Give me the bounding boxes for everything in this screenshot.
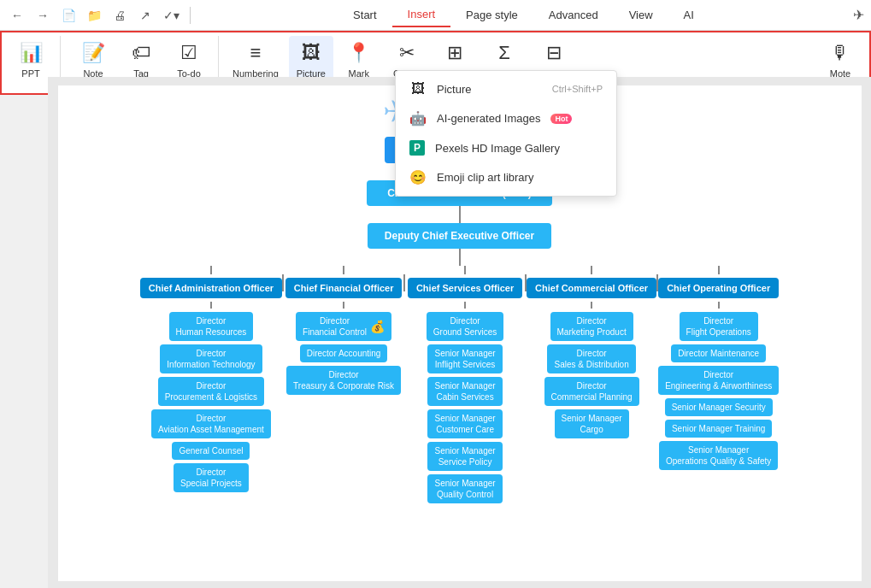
sub-oqs: Senior ManagerOperations Quality & Safet… bbox=[659, 441, 778, 470]
sub-mp: DirectorMarketing Product bbox=[550, 312, 633, 341]
sub-pl: DirectorProcurement & Logistics bbox=[158, 377, 264, 406]
dropdown-emoji[interactable]: 😊 Emoji clip art library bbox=[396, 162, 616, 192]
dropdown-picture[interactable]: 🖼 Picture Ctrl+Shift+P bbox=[396, 74, 616, 103]
nav-tabs: Start Insert Page style Advanced View AI bbox=[199, 3, 848, 27]
dropdown-ai-images[interactable]: 🤖 AI-generated Images Hot bbox=[396, 103, 616, 133]
ai-images-label: AI-generated Images bbox=[437, 112, 540, 125]
sub-sec: Senior Manager Security bbox=[665, 398, 773, 416]
pexels-icon: P bbox=[409, 140, 425, 156]
sub-aam: DirectorAviation Asset Management bbox=[151, 409, 271, 438]
sub-fo: DirectorFlight Operations bbox=[680, 312, 758, 341]
mark-icon: 📍 bbox=[347, 39, 370, 67]
tag-tool[interactable]: 🏷 Tag bbox=[119, 36, 163, 82]
chief-financial-box: Chief Financial Officer bbox=[285, 278, 403, 298]
admin-subs: DirectorHuman Resources DirectorInformat… bbox=[151, 312, 271, 492]
todo-tool[interactable]: ☑ To-do bbox=[167, 36, 211, 82]
check-icon[interactable]: ✓▾ bbox=[161, 5, 181, 26]
conn-admin-top bbox=[210, 266, 212, 274]
send-icon[interactable]: ✈ bbox=[853, 7, 864, 23]
ai-images-icon: 🤖 bbox=[409, 110, 427, 126]
tab-insert[interactable]: Insert bbox=[392, 3, 451, 27]
picture-menu-label: Picture bbox=[437, 83, 471, 96]
picture-menu-icon: 🖼 bbox=[409, 81, 427, 97]
share-icon[interactable]: ↗ bbox=[135, 5, 156, 26]
new-doc-icon[interactable]: 📄 bbox=[58, 5, 79, 26]
mote-tool[interactable]: 🎙 Mote bbox=[818, 36, 862, 82]
sub-qc: Senior ManagerQuality Control bbox=[427, 474, 502, 503]
tab-page-style[interactable]: Page style bbox=[450, 3, 533, 26]
chief-operating-col: Chief Operating Officer DirectorFlight O… bbox=[658, 266, 779, 470]
chief-services-col: Chief Services Officer DirectorGround Se… bbox=[405, 266, 525, 503]
emoji-icon: 😊 bbox=[409, 169, 427, 185]
hot-badge: Hot bbox=[550, 114, 572, 124]
sub-maint: Director Maintenance bbox=[671, 344, 766, 362]
financial-subs: DirectorFinancial Control 💰 Director Acc… bbox=[286, 312, 401, 395]
ppt-icon: 📊 bbox=[20, 39, 43, 67]
more-icon: ⊟ bbox=[546, 39, 562, 67]
chief-admin-box: Chief Administration Officer bbox=[140, 278, 282, 298]
dropdown-pexels[interactable]: P Pexels HD Image Gallery bbox=[396, 133, 616, 162]
back-icon[interactable]: ← bbox=[7, 5, 27, 26]
ppt-label: PPT bbox=[21, 68, 39, 79]
formula-icon: Σ bbox=[498, 39, 510, 67]
picture-dropdown: 🖼 Picture Ctrl+Shift+P 🤖 AI-generated Im… bbox=[395, 70, 617, 197]
ppt-tool[interactable]: 📊 PPT bbox=[9, 36, 53, 82]
todo-icon: ☑ bbox=[180, 39, 197, 67]
pexels-label: Pexels HD Image Gallery bbox=[435, 142, 560, 155]
sub-gs: DirectorGround Services bbox=[427, 312, 503, 341]
sub-gc: General Counsel bbox=[172, 442, 250, 460]
mark-tool[interactable]: 📍 Mark bbox=[337, 36, 381, 82]
chief-commercial-box: Chief Commercial Officer bbox=[527, 278, 656, 298]
tab-ai[interactable]: AI bbox=[668, 3, 709, 26]
sub-cargo: Senior ManagerCargo bbox=[555, 409, 629, 438]
sub-sp: DirectorSpecial Projects bbox=[174, 463, 249, 492]
table-icon: ⊞ bbox=[447, 39, 462, 67]
sub-tcr: DirectorTreasury & Corporate Risk bbox=[286, 366, 401, 395]
conn-fin-top bbox=[343, 266, 344, 274]
sub-it: DirectorInformation Technology bbox=[160, 344, 262, 373]
picture-icon: 🖼 bbox=[302, 39, 321, 67]
chief-admin-col: Chief Administration Officer DirectorHum… bbox=[140, 266, 282, 492]
tab-advanced[interactable]: Advanced bbox=[533, 3, 614, 26]
chief-commercial-col: Chief Commercial Officer DirectorMarketi… bbox=[527, 266, 656, 438]
tab-start[interactable]: Start bbox=[338, 3, 391, 26]
tag-icon: 🏷 bbox=[132, 39, 150, 67]
commercial-subs: DirectorMarketing Product DirectorSales … bbox=[544, 312, 639, 438]
divider bbox=[190, 7, 191, 24]
emoji-label: Emoji clip art library bbox=[437, 171, 533, 184]
conn-ops-top bbox=[718, 266, 720, 274]
conn-srv-top bbox=[464, 266, 466, 274]
conn-fin-bot bbox=[343, 302, 344, 309]
dceo-box: Deputy Chief Executive Officer bbox=[368, 223, 551, 249]
tab-view[interactable]: View bbox=[614, 3, 668, 26]
folder-icon[interactable]: 📁 bbox=[84, 5, 104, 26]
services-subs: DirectorGround Services Senior ManagerIn… bbox=[427, 312, 503, 503]
sub-cs: Senior ManagerCabin Services bbox=[427, 377, 502, 406]
sub-train: Senior Manager Training bbox=[665, 420, 773, 438]
operating-subs: DirectorFlight Operations Director Maint… bbox=[658, 312, 779, 470]
chief-services-box: Chief Services Officer bbox=[408, 278, 522, 298]
connector-3 bbox=[459, 249, 461, 266]
chief-operating-box: Chief Operating Officer bbox=[658, 278, 779, 298]
mote-icon: 🎙 bbox=[831, 39, 850, 67]
print-icon[interactable]: 🖨 bbox=[109, 5, 130, 26]
clipart-icon: ✂ bbox=[399, 39, 415, 67]
forward-icon[interactable]: → bbox=[32, 5, 53, 26]
chief-financial-col: Chief Financial Officer DirectorFinancia… bbox=[284, 266, 403, 395]
sub-eng: DirectorEngineering & Airworthiness bbox=[658, 366, 779, 395]
sub-cp: DirectorCommercial Planning bbox=[544, 377, 639, 406]
sub-cc: Senior ManagerCustomer Care bbox=[427, 409, 502, 438]
conn-com-top bbox=[591, 266, 592, 274]
sub-is: Senior ManagerInflight Services bbox=[427, 344, 502, 373]
conn-srv-bot bbox=[464, 302, 466, 309]
note-tool[interactable]: 📝 Note bbox=[71, 36, 115, 82]
note-icon: 📝 bbox=[82, 39, 105, 67]
sub-fc: DirectorFinancial Control 💰 bbox=[296, 312, 391, 341]
conn-admin-bot bbox=[210, 302, 212, 309]
connector-2 bbox=[459, 206, 461, 223]
sub-acc: Director Accounting bbox=[300, 344, 388, 362]
numbering-icon: ≡ bbox=[250, 39, 261, 67]
top-navigation: ← → 📄 📁 🖨 ↗ ✓▾ Start Insert Page style A… bbox=[0, 0, 871, 31]
sub-spol: Senior ManagerService Policy bbox=[427, 442, 502, 471]
picture-shortcut: Ctrl+Shift+P bbox=[552, 84, 603, 94]
